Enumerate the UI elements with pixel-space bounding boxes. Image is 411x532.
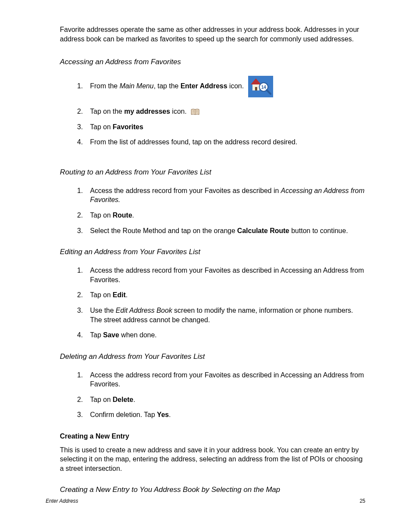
step-number: 1.: [77, 370, 90, 380]
step-body: Access the address record from your Favo…: [90, 370, 365, 389]
steps-routing: 1. Access the address record from your F…: [60, 186, 365, 235]
step-body: From the list of addresses found, tap on…: [90, 137, 365, 147]
step-body: Tap on Favorites: [90, 122, 365, 132]
list-item: 1. From the Main Menu, tap the Enter Add…: [77, 76, 365, 97]
heading-deleting-favorites: Deleting an Address from Your Favorites …: [60, 352, 365, 362]
list-item: 3. Use the Edit Address Book screen to m…: [77, 306, 365, 324]
step-body: Select the Route Method and tap on the o…: [90, 226, 365, 236]
list-item: 3. Select the Route Method and tap on th…: [77, 226, 365, 236]
list-item: 2. Tap on Route.: [77, 211, 365, 220]
heading-routing-favorites: Routing to an Address from Your Favorite…: [60, 168, 365, 177]
list-item: 1. Access the address record from your F…: [77, 186, 365, 205]
step-number: 1.: [77, 266, 90, 275]
steps-editing: 1. Access the address record from your F…: [60, 266, 365, 340]
footer-section-name: Enter Address: [46, 498, 78, 504]
list-item: 3. Tap on Favorites: [77, 122, 365, 132]
list-item: 2. Tap on Edit.: [77, 290, 365, 300]
step-number: 3.: [77, 122, 90, 132]
step-body: Tap on Edit.: [90, 290, 365, 300]
step-body: Tap Save when done.: [90, 330, 365, 340]
intro-paragraph: Favorite addresses operate the same as o…: [60, 25, 365, 44]
step-body: Tap on Route.: [90, 211, 365, 220]
list-item: 1. Access the address record from your F…: [77, 370, 365, 389]
steps-deleting: 1. Access the address record from your F…: [60, 370, 365, 420]
step-body: Access the address record from your Favo…: [90, 266, 365, 284]
svg-text:14: 14: [262, 85, 267, 90]
footer-page-number: 25: [360, 498, 365, 504]
step-body: Tap on Delete.: [90, 395, 365, 404]
heading-editing-favorites: Editing an Address from Your Favorites L…: [60, 247, 365, 257]
svg-rect-3: [255, 87, 257, 90]
step-body: Access the address record from your Favo…: [90, 186, 365, 205]
enter-address-icon: 14: [248, 76, 273, 97]
page-footer: Enter Address 25: [46, 498, 365, 504]
list-item: 4. From the list of addresses found, tap…: [77, 137, 365, 147]
heading-creating-by-map: Creating a New Entry to You Address Book…: [60, 485, 365, 495]
step-body: Tap on the my addresses icon.: [90, 107, 365, 116]
step-number: 2.: [77, 290, 90, 300]
step-number: 3.: [77, 410, 90, 420]
step-body: From the Main Menu, tap the Enter Addres…: [90, 76, 365, 97]
step-number: 3.: [77, 226, 90, 236]
heading-accessing-favorites: Accessing an Address from Favorites: [60, 57, 365, 67]
list-item: 2. Tap on Delete.: [77, 395, 365, 404]
heading-creating-entry: Creating a New Entry: [60, 432, 365, 441]
step-number: 2.: [77, 211, 90, 220]
step-body: Confirm deletion. Tap Yes.: [90, 410, 365, 420]
step-number: 4.: [77, 330, 90, 340]
step-number: 2.: [77, 107, 90, 116]
list-item: 3. Confirm deletion. Tap Yes.: [77, 410, 365, 420]
steps-accessing-favorites: 1. From the Main Menu, tap the Enter Add…: [60, 76, 365, 147]
list-item: 1. Access the address record from your F…: [77, 266, 365, 284]
step-number: 2.: [77, 395, 90, 404]
my-addresses-icon: [190, 108, 200, 116]
step-number: 4.: [77, 137, 90, 147]
list-item: 2. Tap on the my addresses icon.: [77, 107, 365, 116]
list-item: 4. Tap Save when done.: [77, 330, 365, 340]
creating-entry-paragraph: This is used to create a new address and…: [60, 445, 365, 473]
step-number: 3.: [77, 306, 90, 315]
step-number: 1.: [77, 81, 90, 91]
step-number: 1.: [77, 186, 90, 196]
step-body: Use the Edit Address Book screen to modi…: [90, 306, 365, 324]
